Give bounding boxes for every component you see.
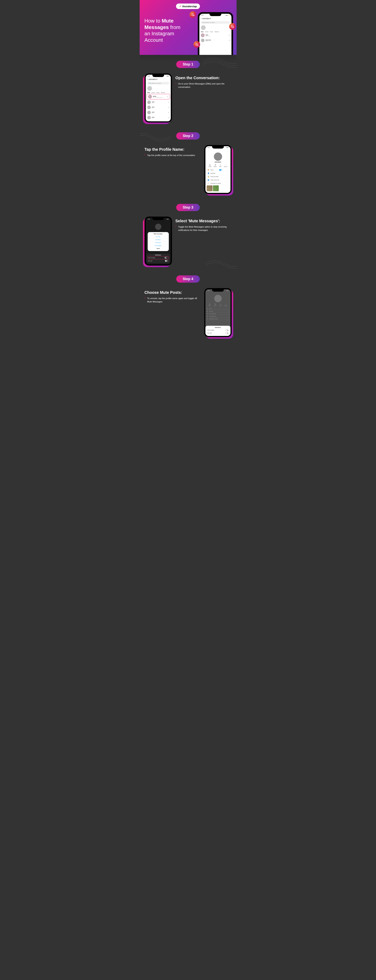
step-body: Go to your Direct Messages (DMs) and ope…	[176, 82, 232, 89]
phone-screen: 1:02 ●●● ⚡ ‹ username ▾ ✎ ◔ Ask Meta AI …	[199, 14, 232, 55]
options-icon: ⋯	[225, 304, 227, 305]
avatar	[201, 38, 205, 42]
mute-option: Until I change it	[149, 244, 168, 247]
step-badge: Step 3	[176, 204, 200, 211]
search-icon: ⚲	[214, 164, 217, 166]
avatar	[148, 95, 152, 99]
avatar	[214, 295, 222, 302]
settings-row: ●Theme›	[206, 307, 229, 310]
hero-section: ✓ thunderclap How to Mute Messages from …	[140, 0, 236, 55]
dm-row: nametext◎	[146, 105, 171, 110]
avatar	[155, 224, 161, 230]
compose-icon: ✎	[228, 18, 230, 20]
step-4-section: Step 4 1:02●●● ♔Profile ⚲Search ♫Mute ⋯O…	[140, 269, 236, 341]
chevron-right-icon: ›	[220, 31, 221, 32]
step-title: Select 'Mute Messages':	[176, 218, 232, 223]
dm-row: nametext◎	[146, 115, 171, 120]
back-icon: ‹	[147, 78, 148, 80]
signal-icon: ●●● ⚡	[225, 14, 230, 16]
step-badge: Step 1	[176, 61, 200, 68]
compose-icon: ✎	[168, 78, 169, 80]
profile-action-icons: ♔Profile ⚲Search ♫Mute ⋯Options	[205, 163, 230, 169]
settings-row: ●Nicknames›	[206, 310, 229, 312]
step-title: Open the Conversation:	[176, 75, 232, 80]
toggle-icon	[165, 257, 168, 259]
profile-avatar	[214, 153, 222, 161]
profile-icon: ♔	[209, 164, 211, 166]
dm-row-highlighted: Jeremy Sent a reel by jdknowsthese ◎	[146, 94, 170, 99]
phone-notch	[152, 218, 164, 220]
step1-content: Open the Conversation: Go to your Direct…	[176, 73, 232, 89]
settings-row: ●Create a group chat›	[206, 315, 229, 318]
settings-list: 🎨Theme› 👤Nicknames› 🔒Privacy and safety›…	[205, 169, 230, 185]
mute-options-sheet: Mute messages For 1 hour For 8 hours For…	[148, 232, 169, 251]
step3-phone: 1:02●●● Mute messages For 1 hour For 8 h…	[144, 216, 172, 266]
step-3-section: Step 3 1:02●●● Mute messages For 1 hour …	[140, 198, 236, 269]
settings-row: ●Privacy and safety›	[206, 312, 229, 315]
camera-icon: ◎	[229, 40, 230, 41]
step-1-section: Step 1 1:02●●● ‹ username ▾ ✎ ◔ Ask Meta…	[140, 55, 236, 126]
step2-phone: 1:01●●● username ♔Profile ⚲Search ♫Mute …	[204, 145, 232, 194]
cancel-option: Cancel	[149, 247, 168, 250]
options-icon: ⋯	[224, 164, 227, 166]
settings-row: 🎨Theme›	[207, 169, 229, 172]
step-body: To unmute, tap the profile name again an…	[144, 297, 201, 303]
wave-decoration	[203, 53, 236, 68]
settings-row: 🔒Privacy and safety›	[207, 175, 229, 178]
brand-name: thunderclap	[182, 5, 197, 8]
phone-notch	[209, 14, 221, 16]
mute-option: For 8 hours	[149, 238, 168, 241]
story-avatar	[147, 86, 152, 91]
dm-tabs: Chats Unread Groups Requests ›	[199, 31, 232, 33]
mute-option: For 1 hour	[149, 235, 168, 238]
profile-icon: ♔	[209, 304, 211, 305]
avatar	[201, 33, 205, 37]
story-avatar	[201, 25, 206, 30]
dm-row: nametext◎	[146, 100, 171, 105]
notifications-sheet: Notifications Mute messages Mute calls	[205, 326, 230, 336]
mute-option: For 24 hours	[149, 241, 168, 244]
dm-row: nametext◎	[146, 120, 171, 121]
mute-calls-row: Mute calls	[148, 259, 169, 262]
wave-decoration	[140, 128, 171, 144]
step-badge: Step 2	[176, 132, 200, 140]
step4-content: Choose Mute Posts: To unmute, tap the pr…	[144, 288, 201, 303]
dm-row: nametext text text ◎	[199, 33, 232, 38]
mute-messages-row: Mute messages	[148, 256, 169, 259]
sparkle-icon: ◔	[202, 22, 203, 23]
step3-content: Select 'Mute Messages': Toggle the Mute …	[176, 216, 232, 232]
toggle-icon	[165, 260, 168, 262]
settings-row: ●Something isn't working›	[206, 318, 229, 320]
phone-notch	[152, 75, 164, 77]
search-bar: ◔ Ask Meta AI or search	[147, 82, 169, 84]
step2-content: Tap the Profile Name: Tap the profile na…	[144, 145, 201, 157]
search-icon: ⚲	[214, 304, 216, 305]
media-thumbnails	[205, 185, 220, 192]
bell-icon: ♫	[219, 304, 221, 305]
notifications-panel: Notifications Mute messages Mute calls	[146, 254, 170, 263]
toggle-icon	[225, 329, 228, 331]
camera-icon: ◎	[229, 35, 230, 36]
settings-list: ●Theme› ●Nicknames› ●Privacy and safety›…	[205, 307, 230, 320]
dm-row: name nametext text ◎	[199, 38, 232, 43]
sparkle-icon: ◔	[148, 83, 149, 84]
phone-notch	[212, 146, 224, 149]
brand-logo: ✓ thunderclap	[176, 3, 200, 9]
camera-icon: ◎	[167, 96, 168, 97]
step4-phone: 1:02●●● ♔Profile ⚲Search ♫Mute ⋯Options …	[204, 288, 232, 337]
settings-row: 👤Nicknames›	[207, 172, 229, 175]
step1-phone: 1:02●●● ‹ username ▾ ✎ ◔ Ask Meta AI or …	[144, 73, 172, 123]
step-title: Tap the Profile Name:	[144, 147, 201, 152]
dm-header: ‹ username ▾ ✎	[199, 17, 232, 21]
username: username ▾	[202, 18, 228, 19]
toggle-icon	[219, 169, 222, 171]
thunder-icon: ✓	[179, 5, 182, 8]
bell-icon: ♫	[219, 164, 222, 166]
step-title: Choose Mute Posts:	[144, 290, 201, 295]
step-2-section: Step 2 1:01●●● username ♔Profile ⚲Search…	[140, 126, 236, 198]
dm-row: nametext◎	[146, 110, 171, 115]
mute-bell-icon	[194, 41, 200, 48]
story-row	[199, 24, 232, 31]
search-bar: ◔ Ask Meta AI or search	[201, 21, 230, 24]
settings-row: 👥Create a group chat›	[207, 178, 229, 182]
